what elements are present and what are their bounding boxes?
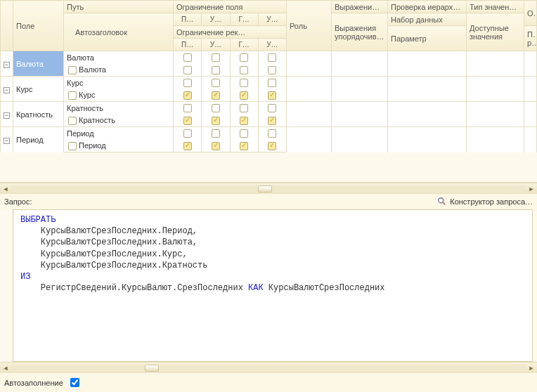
path-cell[interactable]: Курс — [64, 77, 174, 89]
checkbox-icon[interactable] — [68, 91, 77, 100]
qscroll-thumb[interactable] — [145, 365, 159, 372]
checkbox-icon[interactable] — [268, 129, 276, 138]
query-text[interactable]: ВЫБРАТЬ КурсыВалютСрезПоследних.Период, … — [13, 209, 533, 362]
hdr-fp[interactable]: П… — [174, 13, 202, 26]
checkbox-icon[interactable] — [268, 117, 276, 125]
checkbox-icon[interactable] — [240, 104, 248, 112]
checkbox-icon[interactable] — [68, 66, 77, 74]
expr-cell[interactable] — [332, 51, 388, 77]
rest-cell[interactable] — [524, 51, 537, 77]
hdr-rg[interactable]: Г… — [230, 39, 258, 51]
autoheader-cell[interactable]: Валюта — [64, 64, 174, 77]
hier-cell[interactable] — [388, 51, 467, 77]
field-cell[interactable]: Период — [13, 127, 64, 152]
checkbox-icon[interactable] — [268, 66, 276, 74]
table-row[interactable]: −ВалютаВалюта — [1, 51, 537, 64]
grid-scrollbar[interactable]: ◄ ► — [0, 183, 537, 194]
hdr-valtype[interactable]: Тип значен… — [467, 1, 524, 13]
autoheader-cell[interactable]: Период — [64, 140, 174, 152]
minus-icon[interactable]: − — [4, 112, 10, 119]
checkbox-icon[interactable] — [212, 91, 220, 100]
hdr-valtype-avail[interactable]: Доступные значения — [467, 13, 524, 51]
scroll-thumb[interactable] — [258, 185, 272, 192]
checkbox-icon[interactable] — [212, 66, 220, 74]
hdr-path[interactable]: Путь — [64, 1, 174, 13]
field-cell[interactable]: Курс — [13, 77, 64, 102]
minus-icon[interactable]: − — [4, 62, 10, 68]
checkbox-icon[interactable] — [183, 91, 192, 100]
expand-cell[interactable]: − — [1, 51, 13, 77]
rest-cell[interactable] — [524, 127, 537, 152]
valtype-cell[interactable] — [467, 127, 524, 152]
checkbox-icon[interactable] — [68, 142, 77, 150]
rest-cell[interactable] — [524, 102, 537, 127]
checkbox-icon[interactable] — [240, 117, 248, 125]
checkbox-icon[interactable] — [268, 79, 276, 87]
expr-cell[interactable] — [332, 102, 388, 127]
expand-cell[interactable]: − — [1, 102, 13, 127]
checkbox-icon[interactable] — [240, 142, 248, 150]
role-cell[interactable] — [287, 77, 332, 102]
checkbox-icon[interactable] — [240, 91, 248, 100]
qscroll-right-icon[interactable]: ► — [526, 363, 537, 373]
query-scrollbar[interactable]: ◄ ► — [0, 362, 537, 373]
checkbox-icon[interactable] — [212, 104, 220, 112]
hdr-role[interactable]: Роль — [287, 1, 332, 51]
hdr-ru2[interactable]: У… — [258, 39, 286, 51]
path-cell[interactable]: Период — [64, 127, 174, 140]
hier-cell[interactable] — [388, 77, 467, 102]
expand-cell[interactable]: − — [1, 127, 13, 152]
table-row[interactable]: −КратностьКратность — [1, 102, 537, 115]
checkbox-icon[interactable] — [183, 104, 192, 112]
expr-cell[interactable] — [332, 127, 388, 152]
checkbox-icon[interactable] — [212, 79, 220, 87]
checkbox-icon[interactable] — [268, 142, 276, 150]
checkbox-icon[interactable] — [68, 117, 77, 125]
checkbox-icon[interactable] — [212, 53, 220, 62]
scroll-right-icon[interactable]: ► — [526, 184, 537, 194]
checkbox-icon[interactable] — [183, 79, 192, 87]
qscroll-left-icon[interactable]: ◄ — [0, 363, 11, 373]
scroll-track[interactable] — [11, 185, 526, 192]
autoheader-cell[interactable]: Кратность — [64, 115, 174, 127]
checkbox-icon[interactable] — [183, 117, 192, 125]
hdr-restrict-field[interactable]: Ограничение поля — [174, 1, 287, 13]
hdr-fu[interactable]: У… — [202, 13, 230, 26]
valtype-cell[interactable] — [467, 102, 524, 127]
checkbox-icon[interactable] — [212, 142, 220, 150]
qscroll-track[interactable] — [11, 365, 526, 372]
field-cell[interactable]: Валюта — [13, 51, 64, 77]
autofill-checkbox[interactable] — [70, 378, 79, 387]
hdr-rest1[interactable]: Оф — [524, 1, 537, 26]
checkbox-icon[interactable] — [240, 79, 248, 87]
valtype-cell[interactable] — [467, 51, 524, 77]
hier-cell[interactable] — [388, 127, 467, 152]
valtype-cell[interactable] — [467, 77, 524, 102]
checkbox-icon[interactable] — [268, 91, 276, 100]
autoheader-cell[interactable]: Курс — [64, 89, 174, 102]
table-row[interactable]: −ПериодПериод — [1, 127, 537, 140]
checkbox-icon[interactable] — [183, 53, 192, 62]
expand-cell[interactable]: − — [1, 77, 13, 102]
role-cell[interactable] — [287, 102, 332, 127]
hdr-expr-order[interactable]: Выражения упорядочив… — [332, 13, 388, 51]
checkbox-icon[interactable] — [183, 129, 192, 138]
hdr-ru[interactable]: У… — [202, 39, 230, 51]
path-cell[interactable]: Кратность — [64, 102, 174, 115]
expr-cell[interactable] — [332, 77, 388, 102]
path-cell[interactable]: Валюта — [64, 51, 174, 64]
minus-icon[interactable]: − — [4, 138, 10, 144]
checkbox-icon[interactable] — [240, 129, 248, 138]
hdr-fg[interactable]: Г… — [230, 13, 258, 26]
checkbox-icon[interactable] — [268, 104, 276, 112]
hdr-rest2[interactable]: Па ре — [524, 26, 537, 51]
rest-cell[interactable] — [524, 77, 537, 102]
table-row[interactable]: −КурсКурс — [1, 77, 537, 89]
fields-table[interactable]: Поле Путь Ограничение поля Роль Выражени… — [0, 0, 537, 152]
checkbox-icon[interactable] — [183, 66, 192, 74]
hdr-restrict-rec[interactable]: Ограничение рек… — [174, 26, 287, 39]
hdr-expr[interactable]: Выражени… — [332, 1, 388, 13]
checkbox-icon[interactable] — [212, 117, 220, 125]
checkbox-icon[interactable] — [183, 142, 192, 150]
role-cell[interactable] — [287, 127, 332, 152]
